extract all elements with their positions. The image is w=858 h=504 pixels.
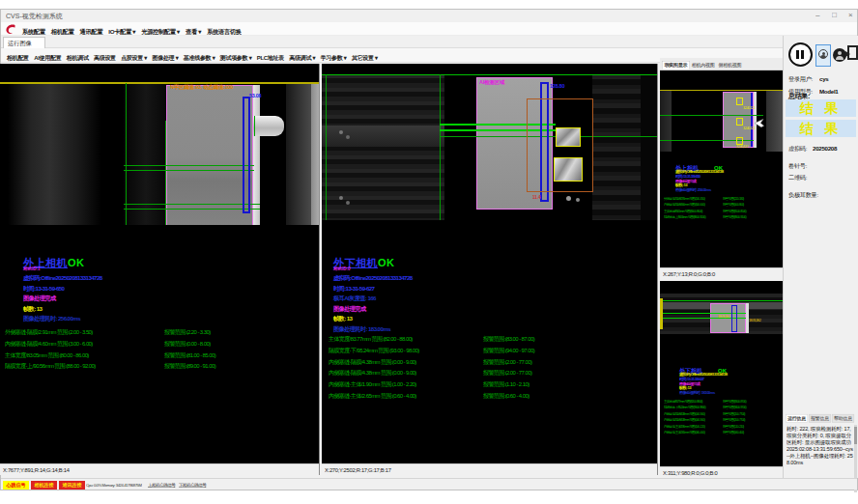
measurement-row: 主体宽度/83.77mm 范围:(82.00 - 88.00)报警范围:(83.… [329, 335, 655, 347]
lower-camera-heartbeat-link[interactable]: 下相机心跳信号 [179, 482, 206, 488]
measurement-row: 内侧塞缝-隔膜/4.60mm 范围:(3.00 - 6.00)报警范围:(0.0… [5, 340, 318, 351]
tab-alarm-info[interactable]: 报警信息 [809, 414, 831, 423]
user-button[interactable] [815, 44, 831, 67]
toolbar-item[interactable]: 相机调试 [67, 55, 89, 62]
heartbeat-badge: 心跳信号 [3, 481, 29, 490]
time-line: 时间:13-31-59-627 [333, 285, 374, 294]
measurement-rows: 主体宽度/83.77mm 范围:(82.00 - 88.00)报警范围:(83.… [329, 335, 655, 404]
menu-bar: 系统配置相机配置通讯配置IO卡配置 ▾光源控制配置 ▾查看 ▾系统语言切换 [1, 22, 857, 36]
toolbar-item[interactable]: 图像处理 ▾ [152, 55, 178, 62]
lower-image-statusbar: X:270;Y:2502;R:17;G:17;B:17 [322, 463, 657, 475]
operator-button[interactable] [833, 48, 846, 62]
toolbar-item[interactable]: 高级设置 [94, 55, 116, 62]
tab-run-image[interactable]: 运行图像 [3, 37, 45, 48]
toolbar-item[interactable]: 相机配置 [7, 55, 29, 62]
toolbar-item[interactable]: 学习参数 ▾ [321, 55, 347, 62]
tab-camera-inner-view[interactable]: 相机内视图 [690, 62, 717, 70]
menu-item[interactable]: 通讯配置 [80, 28, 103, 35]
measure-blue-box [243, 97, 250, 213]
elapsed-mini: 图像处理耗时: 183.00ms [679, 390, 715, 396]
process-done: 图像处理完成 [333, 305, 365, 314]
process-elapsed: 图像处理耗时: 256.00ms [23, 315, 80, 323]
menu-item[interactable]: 光源控制配置 ▾ [141, 28, 180, 35]
electrode-tab [253, 116, 284, 136]
upper-camera-image[interactable]: 53.08 N字区阈值:93, 动态阈值:100 [0, 72, 319, 225]
field-label: 卷针号: [788, 162, 807, 171]
toolbar-item[interactable]: AI使用配置 [34, 55, 61, 62]
tab-detect-box-1 [556, 127, 581, 147]
upper-image-statusbar: X:7677;Y:891;R:14;G:14;B:14 [0, 463, 319, 475]
tab-help-info[interactable]: 帮助信息 [832, 414, 854, 423]
minimize-button[interactable]: – [815, 11, 819, 19]
tab-defect-view[interactable]: 瑕疵图显示 [662, 61, 690, 70]
login-user-label: 登录用户: [788, 75, 813, 84]
threshold-label: N字区阈值:93, 动态阈值:100 [170, 83, 233, 91]
menu-items: 系统配置相机配置通讯配置IO卡配置 ▾光源控制配置 ▾查看 ▾系统语言切换 [22, 25, 247, 36]
virtual-code: 虚拟码:Offline20250208133134728 [333, 274, 413, 283]
toolbar-item[interactable]: PLC地址表 [257, 55, 284, 62]
toolbar-items: 相机配置AI使用配置相机调试高级设置点胶设置 ▾图像处理 ▾基准线参数 ▾测试项… [7, 52, 383, 63]
app-title: CVS-视觉检测系统 [6, 12, 63, 21]
defect-image-top[interactable]: 12.40,12.1 12.40,12.1 12.40,12.1 [660, 83, 783, 152]
frame-count: 帧数: 13 [23, 305, 42, 314]
gray-value-line: 极耳AI灰度值: 166 [333, 294, 376, 303]
right-sidebar: 登录用户: cys 使用型号: Model1 总结果: 结 果 结 果 虚拟码:… [783, 36, 858, 478]
user-icon [818, 49, 828, 59]
defect-label: 18.74,18.2 [749, 319, 760, 322]
title-bar: CVS-视觉检测系统 – □ × [1, 10, 857, 22]
toolbar-item[interactable]: 基准线参数 ▾ [184, 55, 215, 62]
menu-item[interactable]: 相机配置 [51, 28, 74, 35]
comm-conn-badge: 通讯连接 [59, 481, 85, 490]
badge-text: 通讯连接 [59, 481, 85, 490]
defect-label: 12.40,12.1 [743, 106, 755, 110]
toolbar-item[interactable]: 其它设置 ▾ [352, 55, 378, 62]
defect-panel-bottom: 18.74,18.2 18.74,18.2 外下相机OK 虚拟码:Offline… [660, 281, 783, 478]
defect-label: 18.74,18.2 [718, 315, 729, 319]
menu-item[interactable]: 系统语言切换 [207, 28, 241, 35]
measurement-row: 内侧塞缝-主体/2.65mm 范围:(0.60 - 4.00)报警范围:(0.6… [329, 392, 655, 404]
app-status-bar: 心跳信号 相机连接 通讯连接 Cpu: 0.0% Memory: 3424.41… [1, 478, 857, 490]
exit-button[interactable] [847, 45, 858, 60]
app-logo-icon [5, 23, 17, 35]
lower-camera-image[interactable]: AI检测区域 128.80 11.4 [322, 72, 657, 220]
toolbar-item[interactable]: 点胶设置 ▾ [121, 55, 147, 62]
pause-button[interactable] [788, 42, 813, 67]
process-elapsed: 图像处理耗时: 183.00ms [333, 325, 390, 334]
toolbar-item[interactable]: 高级调试 ▾ [289, 55, 315, 62]
menu-item[interactable]: 查看 ▾ [186, 28, 201, 35]
toolbar-item[interactable]: 测试项参数 ▾ [220, 55, 252, 62]
yellow-reference-line [0, 82, 319, 84]
field-label: 负极耳数量: [788, 191, 818, 200]
ai-region-label: AI检测区域 [479, 78, 504, 86]
tab-strip: 运行图像 [1, 36, 857, 48]
menu-item[interactable]: 系统配置 [22, 28, 45, 35]
run-log-text: 耗时: 222, 瑕疵检测耗时: 17, 瑕疵分类耗时: 0, 瑕疵提取分区耗时… [786, 425, 854, 466]
menu-item[interactable]: IO卡配置 ▾ [108, 28, 135, 35]
defect-image-bottom[interactable]: 18.74,18.2 18.74,18.2 [660, 290, 783, 334]
mouse-cursor [755, 119, 765, 127]
defect-panel-top: 12.40,12.1 12.40,12.1 12.40,12.1 外上相机OK … [660, 70, 783, 279]
camera-panel-upper: 53.08 N字区阈值:93, 动态阈值:100 外上相机OK 相机ID:1 虚… [0, 64, 320, 475]
measurement-rows: 外侧塞缝-隔膜/2.91mm 范围:(2.00 - 3.50)报警范围:(2.2… [5, 328, 318, 374]
measurement-row: 主体宽度/83.05mm 范围:(80.00 - 86.00)报警范围:(81.… [5, 351, 318, 363]
result-ok: OK [68, 257, 85, 268]
measurement-rows-mini: 外侧塞缝-隔膜/2.91mm 范围:(2.00 - 3.50)报警范围:(2.2… [664, 196, 780, 221]
frame-count: 帧数: 13 [333, 315, 352, 323]
measurement-row: 内侧塞缝-隔膜/4.38mm 范围:(0.00 - 9.00)报警范围:(2.0… [329, 369, 655, 380]
cpu-memory-text: Cpu: 0.0% Memory: 3424.41796875M [86, 483, 142, 488]
virtual-code: 虚拟码:Offline20250208133134728 [23, 274, 102, 283]
model-value: Model1 [819, 88, 839, 95]
measurement-row: 内侧塞缝-主体/1.90mm 范围:(1.00 - 2.20)报警范围:(1.1… [329, 380, 655, 392]
upper-camera-heartbeat-link[interactable]: 上相机心跳信号 [148, 482, 175, 488]
tab-run-info[interactable]: 运行信息 [786, 414, 808, 423]
measurement-row: 隔膜宽度-上/90.56mm 范围:(88.00 - 92.00)报警范围:(8… [5, 362, 318, 374]
measurement-row: 隔膜宽度-上/90.56mm 范围:(88.00 - 92.00)报警范围:(8… [664, 214, 780, 220]
blue-measure-value: 53.08 [249, 93, 261, 98]
blue-measure-value-lower: 128.80 [550, 83, 564, 89]
maximize-button[interactable]: □ [832, 11, 837, 19]
process-done: 图像处理完成 [23, 294, 55, 303]
close-button[interactable]: × [848, 11, 853, 19]
result-ok: OK [378, 257, 395, 268]
tab-camera-side-view[interactable]: 侧相机视图 [717, 62, 744, 70]
badge-text: 心跳信号 [3, 481, 29, 490]
